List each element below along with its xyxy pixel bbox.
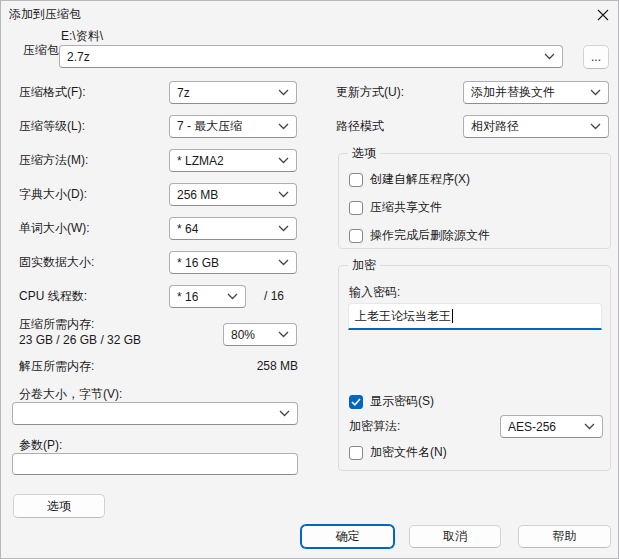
cpu-threads-label: CPU 线程数: — [19, 289, 87, 303]
split-volume-combobox[interactable] — [12, 402, 298, 425]
cpu-threads-dropdown[interactable]: * 16 — [169, 285, 246, 308]
help-button-label: 帮助 — [553, 528, 577, 545]
method-value: * LZMA2 — [177, 154, 224, 168]
solid-block-size-dropdown[interactable]: * 16 GB — [169, 251, 297, 274]
parameters-input[interactable] — [12, 453, 298, 475]
show-password-checkbox-row[interactable]: 显示密码(S) — [349, 393, 434, 410]
dictionary-size-label: 字典大小(D): — [19, 187, 87, 201]
archive-directory: E:\资料\ — [61, 29, 103, 43]
memory-percent-dropdown[interactable]: 80% — [223, 323, 297, 346]
update-mode-value: 添加并替换文件 — [471, 84, 555, 101]
chevron-down-icon — [227, 293, 238, 300]
show-password-checkbox[interactable] — [349, 395, 363, 409]
update-mode-dropdown[interactable]: 添加并替换文件 — [463, 81, 609, 104]
compress-shared-checkbox[interactable] — [349, 201, 363, 215]
path-mode-dropdown[interactable]: 相对路径 — [463, 115, 609, 138]
archive-name-value: 2.7z — [67, 50, 90, 64]
word-size-label: 单词大小(W): — [19, 221, 90, 235]
dictionary-size-dropdown[interactable]: 256 MB — [169, 183, 297, 206]
archive-name-combobox[interactable]: 2.7z — [59, 45, 563, 68]
create-sfx-checkbox[interactable] — [349, 173, 363, 187]
split-volume-label: 分卷大小，字节(V): — [19, 387, 122, 401]
delete-after-label: 操作完成后删除源文件 — [370, 227, 490, 244]
add-to-archive-dialog: 添加到压缩包 压缩包(A) E:\资料\ 2.7z ... 压缩格式(F): 7… — [0, 0, 619, 559]
chevron-down-icon — [278, 191, 289, 198]
password-input[interactable]: 上老王论坛当老王 — [348, 303, 602, 330]
options-button-label: 选项 — [47, 498, 71, 515]
ok-button[interactable]: 确定 — [301, 525, 394, 548]
password-value: 上老王论坛当老王 — [355, 308, 451, 325]
chevron-down-icon — [278, 157, 289, 164]
format-dropdown[interactable]: 7z — [169, 81, 297, 104]
enter-password-label: 输入密码: — [349, 285, 400, 299]
method-label: 压缩方法(M): — [19, 153, 88, 167]
dictionary-size-value: 256 MB — [177, 188, 218, 202]
decompress-memory-label: 解压所需内存: — [19, 359, 94, 373]
method-dropdown[interactable]: * LZMA2 — [169, 149, 297, 172]
options-button[interactable]: 选项 — [13, 494, 105, 518]
encryption-method-value: AES-256 — [508, 420, 556, 434]
ok-button-label: 确定 — [336, 528, 360, 545]
path-mode-label: 路径模式 — [336, 119, 384, 133]
word-size-value: * 64 — [177, 222, 198, 236]
encrypt-filenames-checkbox-row[interactable]: 加密文件名(N) — [349, 444, 447, 461]
chevron-down-icon — [278, 123, 289, 130]
memory-percent-value: 80% — [231, 328, 255, 342]
show-password-label: 显示密码(S) — [370, 393, 434, 410]
create-sfx-label: 创建自解压程序(X) — [370, 171, 470, 188]
solid-block-size-label: 固实数据大小: — [19, 255, 94, 269]
encryption-group: 加密 输入密码: 上老王论坛当老王 显示密码(S) 加密算法: AES-256 … — [338, 265, 611, 471]
format-label: 压缩格式(F): — [19, 85, 86, 99]
level-label: 压缩等级(L): — [19, 119, 85, 133]
solid-block-size-value: * 16 GB — [177, 256, 219, 270]
compress-memory-detail: 23 GB / 26 GB / 32 GB — [19, 333, 141, 347]
encryption-group-title: 加密 — [348, 258, 380, 272]
level-dropdown[interactable]: 7 - 最大压缩 — [169, 115, 297, 138]
level-value: 7 - 最大压缩 — [177, 118, 242, 135]
encryption-method-label: 加密算法: — [349, 419, 400, 433]
chevron-down-icon — [278, 225, 289, 232]
chevron-down-icon — [544, 53, 555, 60]
chevron-down-icon — [278, 331, 289, 338]
compress-memory-label: 压缩所需内存: — [19, 317, 94, 331]
delete-after-checkbox-row[interactable]: 操作完成后删除源文件 — [349, 227, 490, 244]
close-icon — [597, 9, 609, 24]
word-size-dropdown[interactable]: * 64 — [169, 217, 297, 240]
chevron-down-icon — [278, 259, 289, 266]
encryption-method-dropdown[interactable]: AES-256 — [500, 415, 603, 438]
chevron-down-icon — [279, 410, 290, 417]
format-value: 7z — [177, 86, 190, 100]
decompress-memory-value: 258 MB — [251, 359, 298, 373]
close-button[interactable] — [589, 3, 617, 29]
delete-after-checkbox[interactable] — [349, 229, 363, 243]
window-title: 添加到压缩包 — [9, 7, 81, 21]
cpu-threads-max: / 16 — [264, 289, 284, 303]
chevron-down-icon — [590, 123, 601, 130]
create-sfx-checkbox-row[interactable]: 创建自解压程序(X) — [349, 171, 470, 188]
path-mode-value: 相对路径 — [471, 118, 519, 135]
options-group-title: 选项 — [348, 146, 380, 160]
text-caret — [452, 309, 453, 323]
help-button[interactable]: 帮助 — [518, 525, 611, 548]
browse-button[interactable]: ... — [583, 45, 609, 69]
chevron-down-icon — [278, 89, 289, 96]
browse-button-label: ... — [591, 50, 601, 64]
compress-shared-label: 压缩共享文件 — [370, 199, 442, 216]
update-mode-label: 更新方式(U): — [336, 85, 404, 99]
cancel-button-label: 取消 — [443, 528, 467, 545]
encrypt-filenames-label: 加密文件名(N) — [370, 444, 447, 461]
encrypt-filenames-checkbox[interactable] — [349, 446, 363, 460]
cpu-threads-value: * 16 — [177, 290, 198, 304]
parameters-label: 参数(P): — [19, 438, 62, 452]
options-group: 选项 创建自解压程序(X) 压缩共享文件 操作完成后删除源文件 — [338, 153, 611, 249]
compress-shared-checkbox-row[interactable]: 压缩共享文件 — [349, 199, 442, 216]
chevron-down-icon — [590, 89, 601, 96]
cancel-button[interactable]: 取消 — [409, 525, 501, 548]
chevron-down-icon — [584, 423, 595, 430]
